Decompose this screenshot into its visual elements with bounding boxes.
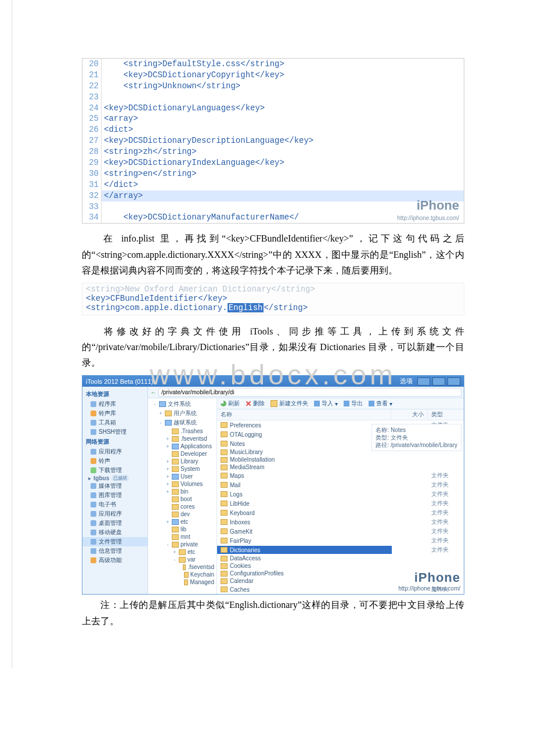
sidebar-item[interactable]: 铃声库 [82, 409, 147, 418]
tree-label: Developer [181, 451, 207, 457]
view-button[interactable]: 查看 ▾ [369, 399, 392, 408]
file-row[interactable]: Logs文件夹 [217, 489, 464, 499]
folder-tree[interactable]: -文件系统+用户系统-越狱系统.Trashes+.fseventsd+Appli… [148, 398, 217, 594]
sidebar-item[interactable]: 高级功能 [82, 556, 147, 565]
folder-icon [221, 510, 228, 516]
sidebar-device-pill: 已越狱 [111, 475, 129, 481]
tree-node[interactable]: +etc [148, 548, 217, 556]
sidebar-item[interactable]: 下载管理 [82, 466, 147, 475]
file-row[interactable]: MobileInstallation [217, 456, 464, 463]
tree-node[interactable]: +System [148, 465, 217, 473]
tree-node[interactable]: cores [148, 503, 217, 510]
sidebar-item-label: 铃声 [99, 457, 110, 465]
file-type: 文件夹 [428, 509, 464, 517]
paragraph-2-text: 将修改好的字典文件使用 iTools、同步推等工具，上传到系统文件的“/priv… [82, 326, 464, 368]
tree-label: User [181, 473, 193, 480]
tree-node[interactable]: lib [148, 525, 217, 533]
file-row[interactable]: ConfigurationProfiles [217, 570, 464, 577]
refresh-button[interactable]: 刷新 [221, 399, 240, 408]
file-row[interactable]: DataAccess [217, 555, 464, 562]
tree-node[interactable]: mnt [148, 533, 217, 541]
folder-icon [172, 534, 179, 540]
file-row[interactable]: Cookies [217, 562, 464, 570]
sidebar-item[interactable]: 信息管理 [82, 546, 147, 556]
tree-node[interactable]: Managed [148, 578, 217, 586]
path-input[interactable] [158, 388, 461, 397]
tree-node[interactable]: +Volumes [148, 480, 217, 488]
file-name: Inboxes [230, 519, 250, 525]
file-row[interactable]: Keyboard文件夹 [217, 508, 464, 517]
tree-label: var [187, 556, 196, 563]
import-label: 导入 [322, 399, 333, 408]
sidebar-item-label: 应用程序 [99, 448, 122, 456]
col-name[interactable]: 名称 [217, 409, 391, 420]
file-name: MediaStream [230, 464, 264, 470]
file-row[interactable]: GameKit文件夹 [217, 527, 464, 536]
tree-node[interactable]: Keychain [148, 571, 217, 578]
file-name: GameKit [230, 528, 252, 535]
sidebar-item[interactable]: 应用程序 [82, 509, 147, 519]
tree-node[interactable]: +User [148, 473, 217, 480]
folder-icon [179, 557, 186, 563]
tree-node[interactable]: +.fseventsd [148, 435, 217, 442]
sidebar-item-label: 工具箱 [99, 419, 116, 427]
tree-node[interactable]: Developer [148, 450, 217, 458]
tree-node[interactable]: +etc [148, 518, 217, 525]
tree-node[interactable]: +用户系统 [148, 409, 217, 418]
col-type[interactable]: 类型 [428, 409, 464, 420]
sidebar-item[interactable]: 工具箱 [82, 418, 147, 427]
file-name: DataAccess [230, 555, 261, 561]
tree-node[interactable]: boot [148, 495, 217, 503]
folder-icon [221, 547, 228, 553]
file-row[interactable]: MediaStream [217, 463, 464, 471]
file-row[interactable]: FairPlay文件夹 [217, 536, 464, 545]
sidebar-item[interactable]: 程序库 [82, 399, 147, 409]
snippet-suffix: </string> [264, 303, 308, 312]
sidebar-head-local: 本地资源 [82, 389, 147, 399]
sidebar-item[interactable]: 媒体管理 [82, 481, 147, 491]
sidebar-item[interactable]: 铃声 [82, 456, 147, 466]
file-row[interactable]: Maps文件夹 [217, 471, 464, 480]
export-button[interactable]: 导出 [344, 399, 363, 408]
tree-node[interactable]: -private [148, 541, 217, 548]
col-size[interactable]: 大小 [391, 409, 428, 420]
file-row[interactable]: Calendar [217, 577, 464, 585]
file-row[interactable]: Inboxes文件夹 [217, 517, 464, 527]
import-button[interactable]: 导入 ▾ [314, 399, 338, 408]
sidebar-item[interactable]: 电子书 [82, 500, 147, 509]
tree-node[interactable]: .Trashes [148, 427, 217, 435]
sidebar-item[interactable]: 桌面管理 [82, 519, 147, 528]
tree-node[interactable]: .fseventsd [148, 563, 217, 571]
options-label[interactable]: 选项 [400, 377, 413, 386]
newfolder-button[interactable]: 新建文件夹 [270, 399, 308, 408]
file-name: ConfigurationProfiles [230, 570, 284, 577]
tree-label: Managed [190, 579, 214, 585]
tree-node[interactable]: +Library [148, 458, 217, 465]
folder-icon [221, 473, 228, 478]
file-row[interactable]: LibHide文件夹 [217, 499, 464, 508]
window-controls[interactable] [417, 377, 460, 386]
sidebar-item[interactable]: 应用程序 [82, 447, 147, 456]
file-row[interactable]: Mail文件夹 [217, 480, 464, 489]
tree-node[interactable]: -var [148, 556, 217, 563]
sidebar-item[interactable]: SHSH管理 [82, 427, 147, 437]
folder-icon [221, 519, 228, 525]
delete-button[interactable]: 删除 [246, 399, 265, 408]
sidebar-item[interactable]: 移动硬盘 [82, 528, 147, 537]
back-button[interactable]: ← [150, 389, 156, 395]
sidebar-item[interactable]: 图库管理 [82, 491, 147, 500]
tree-node[interactable]: -越狱系统 [148, 418, 217, 427]
file-row[interactable]: Dictionaries文件夹 [217, 545, 464, 555]
folder-icon [221, 491, 228, 497]
tree-node[interactable]: +bin [148, 488, 217, 495]
identifier-snippet: <string>New Oxford American Dictionary</… [82, 283, 464, 315]
sidebar-icon [91, 520, 96, 526]
sidebar-device[interactable]: ▸ tgbus已越狱 [82, 475, 147, 481]
file-row[interactable]: Caches文件夹 [217, 585, 464, 594]
tree-node[interactable]: -文件系统 [148, 399, 217, 409]
sidebar-item[interactable]: 文件管理 [82, 537, 147, 546]
tree-node[interactable]: +Applications [148, 442, 217, 450]
tree-node[interactable]: dev [148, 510, 217, 518]
folder-icon [221, 441, 228, 447]
snippet-prefix: <string>com.apple.dictionary. [86, 303, 228, 312]
